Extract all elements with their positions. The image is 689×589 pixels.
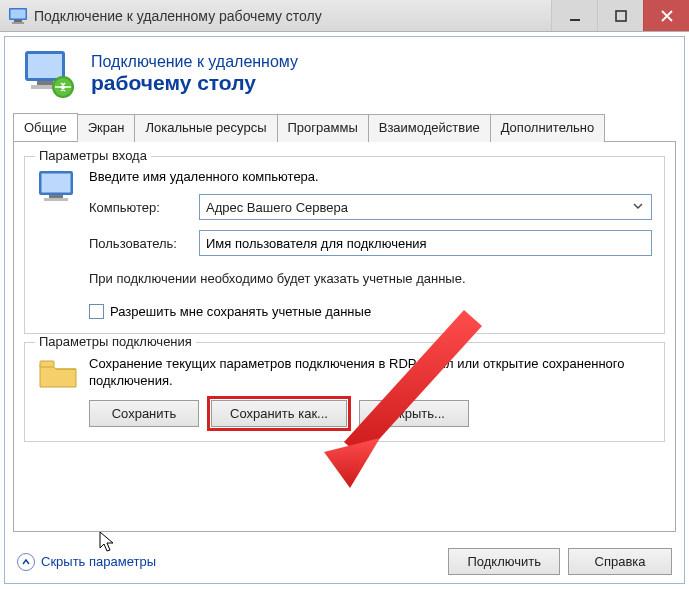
tab-page-general: Параметры входа Введите имя удаленного к… xyxy=(13,141,676,532)
tab-strip: Общие Экран Локальные ресурсы Программы … xyxy=(5,113,684,141)
svg-rect-14 xyxy=(49,195,63,198)
credentials-note: При подключении необходимо будет указать… xyxy=(89,270,652,288)
chevron-down-icon xyxy=(631,199,647,215)
user-field[interactable] xyxy=(199,230,652,256)
save-credentials-checkbox[interactable]: Разрешить мне сохранять учетные данные xyxy=(89,304,652,319)
hide-options-label: Скрыть параметры xyxy=(41,554,156,569)
svg-rect-4 xyxy=(570,19,580,21)
svg-rect-1 xyxy=(11,9,26,18)
svg-rect-7 xyxy=(28,54,62,78)
tab-advanced[interactable]: Дополнительно xyxy=(490,114,606,142)
help-button[interactable]: Справка xyxy=(568,548,672,575)
user-label: Пользователь: xyxy=(89,236,199,251)
svg-rect-5 xyxy=(616,11,626,21)
tab-display[interactable]: Экран xyxy=(77,114,136,142)
svg-rect-15 xyxy=(44,198,68,201)
hide-options-link[interactable]: Скрыть параметры xyxy=(17,553,156,571)
svg-rect-8 xyxy=(37,81,53,85)
open-button[interactable]: Открыть... xyxy=(359,400,469,427)
app-icon xyxy=(8,6,28,26)
login-intro: Введите имя удаленного компьютера. xyxy=(89,169,319,184)
groupbox-connection-legend: Параметры подключения xyxy=(35,334,196,349)
dialog-header: Подключение к удаленному рабочему столу xyxy=(5,37,684,113)
connection-note: Сохранение текущих параметров подключени… xyxy=(89,355,652,390)
chevron-up-icon xyxy=(17,553,35,571)
groupbox-connection: Параметры подключения Сохранение текущих… xyxy=(24,342,665,442)
save-as-button[interactable]: Сохранить как... xyxy=(211,400,347,427)
svg-rect-2 xyxy=(14,20,22,22)
computer-icon xyxy=(37,169,89,319)
svg-rect-13 xyxy=(42,174,71,193)
window-title: Подключение к удаленному рабочему столу xyxy=(34,8,551,24)
save-credentials-label: Разрешить мне сохранять учетные данные xyxy=(110,304,371,319)
computer-label: Компьютер: xyxy=(89,200,199,215)
header-title: рабочему столу xyxy=(91,71,298,94)
rdp-hero-icon xyxy=(23,49,79,99)
header-subtitle: Подключение к удаленному xyxy=(91,53,298,71)
groupbox-login-legend: Параметры входа xyxy=(35,148,151,163)
groupbox-login: Параметры входа Введите имя удаленного к… xyxy=(24,156,665,334)
tab-general[interactable]: Общие xyxy=(13,113,78,141)
computer-combobox[interactable]: Адрес Вашего Сервера xyxy=(199,194,652,220)
minimize-button[interactable] xyxy=(551,0,597,31)
maximize-button[interactable] xyxy=(597,0,643,31)
title-bar: Подключение к удаленному рабочему столу xyxy=(0,0,689,32)
computer-value: Адрес Вашего Сервера xyxy=(206,200,348,215)
save-button[interactable]: Сохранить xyxy=(89,400,199,427)
svg-rect-16 xyxy=(40,361,54,367)
tab-local-resources[interactable]: Локальные ресурсы xyxy=(134,114,277,142)
dialog-footer: Скрыть параметры Подключить Справка xyxy=(5,540,684,583)
dialog-body: Подключение к удаленному рабочему столу … xyxy=(4,36,685,584)
tab-programs[interactable]: Программы xyxy=(277,114,369,142)
close-button[interactable] xyxy=(643,0,689,31)
tab-experience[interactable]: Взаимодействие xyxy=(368,114,491,142)
folder-icon xyxy=(37,355,89,427)
svg-rect-3 xyxy=(12,22,24,24)
checkbox-icon xyxy=(89,304,104,319)
connect-button[interactable]: Подключить xyxy=(448,548,560,575)
